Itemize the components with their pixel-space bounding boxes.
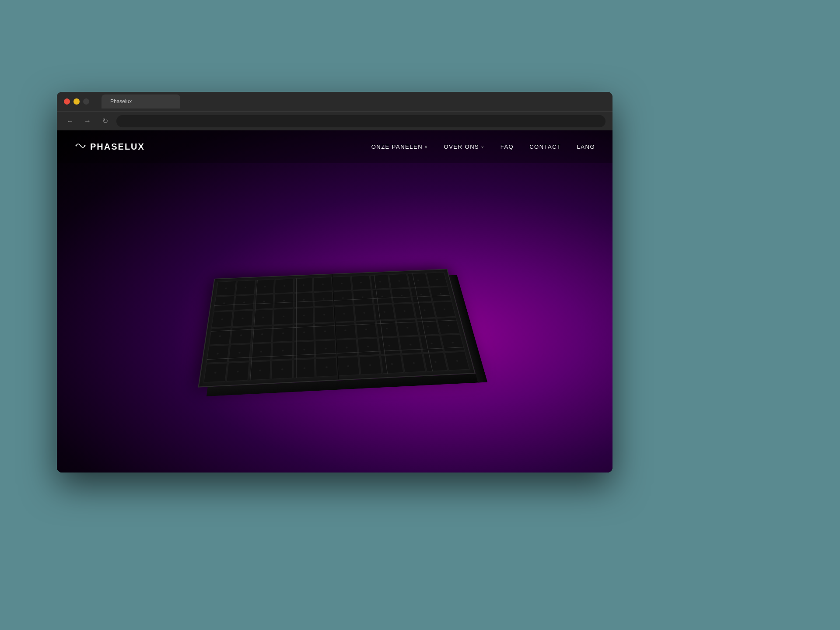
- panel-cell: [254, 294, 274, 309]
- panel-cell: [214, 295, 234, 311]
- back-button[interactable]: ←: [64, 115, 76, 127]
- nav-over-ons[interactable]: OVER ONS: [444, 144, 485, 150]
- panel-cell: [334, 306, 355, 322]
- panel-cell: [354, 305, 375, 321]
- nav-faq[interactable]: FAQ: [500, 144, 514, 150]
- panel-cell: [250, 343, 272, 361]
- panel-cell: [294, 308, 314, 324]
- panel-cell: [357, 338, 379, 356]
- panel-cell: [314, 307, 334, 323]
- panel-cell: [294, 277, 313, 292]
- panel-cell: [359, 356, 382, 375]
- solar-panel-container: [203, 235, 466, 410]
- panel-cell: [353, 290, 373, 305]
- panel-cell: [253, 309, 273, 326]
- panel-face: [198, 269, 476, 387]
- panel-cell: [274, 293, 294, 308]
- panel-cell: [332, 276, 352, 290]
- solar-panel-3d: [198, 269, 476, 387]
- panel-cell: [408, 273, 429, 287]
- panel-cell: [351, 275, 371, 290]
- panel-cell: [230, 326, 252, 344]
- panel-cell: [273, 325, 293, 342]
- hero-section: [57, 163, 612, 472]
- panel-cell: [315, 357, 337, 377]
- close-button[interactable]: [64, 98, 70, 105]
- panel-cell: [203, 363, 227, 382]
- panel-cell: [441, 334, 465, 352]
- panel-cell: [294, 292, 313, 308]
- panel-cell: [249, 361, 271, 380]
- panel-cell: [333, 290, 354, 306]
- panel-cell: [232, 310, 253, 327]
- panel-cell: [294, 359, 315, 378]
- panel-cell: [420, 335, 444, 353]
- panel-cell: [209, 327, 231, 345]
- panel-cell: [315, 322, 335, 340]
- traffic-lights: [64, 98, 89, 105]
- nav-contact[interactable]: CONTACT: [529, 144, 561, 150]
- panel-cell: [413, 302, 436, 318]
- panel-cell: [336, 339, 358, 357]
- website-content: PHASELUX ONZE PANELEN OVER ONS FAQ CONTA…: [57, 130, 612, 472]
- forward-button[interactable]: →: [81, 115, 94, 127]
- tab-label: Phaselux: [110, 98, 132, 105]
- panel-cell: [399, 336, 422, 354]
- panel-cell: [389, 273, 410, 288]
- panel-cell: [337, 357, 360, 376]
- logo-area[interactable]: PHASELUX: [74, 140, 145, 154]
- panel-cell: [211, 311, 233, 328]
- panel-cell: [424, 353, 448, 371]
- panel-cell: [271, 360, 293, 379]
- panel-cell: [206, 345, 229, 363]
- panel-cell: [255, 279, 274, 294]
- panel-cell: [294, 341, 315, 359]
- panel-cell: [430, 286, 452, 301]
- panel-wire-horizontal: [207, 347, 464, 360]
- panel-cell: [378, 337, 401, 355]
- panel-cell: [226, 362, 249, 382]
- panel-cell: [410, 287, 432, 302]
- svg-point-1: [84, 145, 86, 147]
- panel-cell: [391, 288, 412, 303]
- navigation-bar: PHASELUX ONZE PANELEN OVER ONS FAQ CONTA…: [57, 130, 612, 163]
- nav-lang[interactable]: LANG: [577, 144, 595, 150]
- panel-cell: [235, 280, 255, 295]
- panel-cell: [314, 291, 333, 307]
- panel-cell: [402, 354, 426, 372]
- panel-cell: [216, 281, 236, 296]
- minimize-button[interactable]: [74, 98, 80, 105]
- panel-cell: [234, 294, 254, 310]
- panel-cell: [381, 354, 404, 373]
- maximize-button[interactable]: [83, 98, 89, 105]
- panel-cell: [372, 289, 392, 304]
- refresh-button[interactable]: ↻: [99, 115, 111, 127]
- browser-chrome: Phaselux ← → ↻: [57, 92, 612, 130]
- panel-cell: [394, 303, 416, 319]
- panel-cell: [275, 278, 294, 293]
- panel-cell: [374, 304, 396, 320]
- nav-links: ONZE PANELEN OVER ONS FAQ CONTACT LANG: [371, 144, 595, 150]
- panel-cell: [444, 351, 469, 370]
- nav-onze-panelen[interactable]: ONZE PANELEN: [371, 144, 428, 150]
- logo-icon: [74, 140, 87, 154]
- panel-grid: [203, 272, 470, 382]
- panel-cell: [315, 340, 336, 357]
- logo-text: PHASELUX: [90, 142, 145, 152]
- panel-cell: [335, 322, 356, 339]
- browser-titlebar: Phaselux: [57, 92, 612, 111]
- panel-cell: [294, 324, 314, 341]
- panel-cell: [252, 326, 273, 343]
- panel-cell: [433, 301, 456, 317]
- browser-tab[interactable]: Phaselux: [102, 94, 180, 108]
- svg-point-0: [76, 145, 77, 147]
- panel-cell: [272, 342, 293, 360]
- panel-cell: [313, 277, 332, 291]
- panel-cell: [273, 308, 293, 325]
- panel-cell: [426, 272, 448, 287]
- panel-cell: [370, 274, 390, 289]
- panel-wire-vertical: [296, 278, 297, 378]
- panel-cell: [356, 321, 377, 338]
- browser-toolbar: ← → ↻: [57, 111, 612, 130]
- address-bar[interactable]: [116, 115, 606, 127]
